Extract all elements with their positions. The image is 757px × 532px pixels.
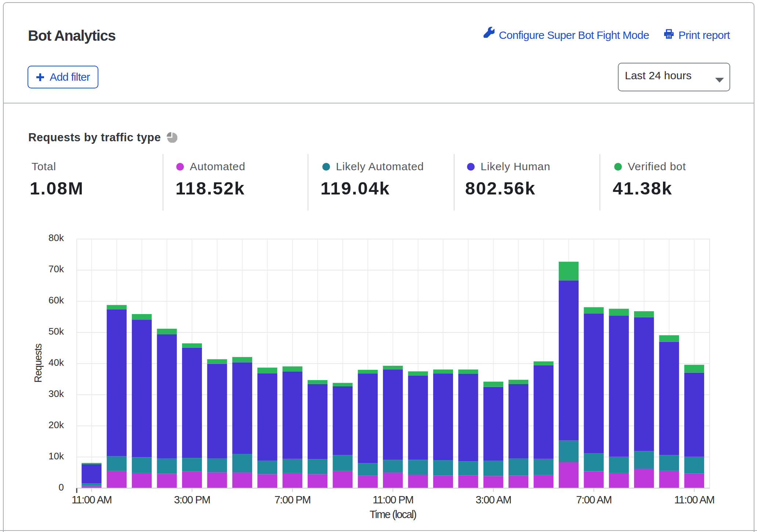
svg-text:3:00 PM: 3:00 PM [174, 494, 210, 506]
svg-text:60k: 60k [48, 295, 64, 306]
svg-text:11:00 PM: 11:00 PM [373, 494, 413, 506]
svg-text:7:00 AM: 7:00 AM [576, 494, 612, 506]
svg-text:50k: 50k [48, 326, 64, 337]
svg-text:70k: 70k [48, 263, 64, 274]
svg-text:20k: 20k [48, 419, 64, 430]
svg-text:7:00 PM: 7:00 PM [275, 494, 311, 506]
svg-text:3:00 AM: 3:00 AM [476, 494, 511, 506]
svg-text:40k: 40k [48, 357, 64, 368]
svg-text:30k: 30k [48, 388, 64, 399]
svg-text:Time (local): Time (local) [370, 509, 416, 520]
svg-text:11:00 AM: 11:00 AM [72, 494, 112, 506]
svg-text:11:00 AM: 11:00 AM [674, 494, 714, 506]
svg-text:Requests: Requests [33, 343, 44, 383]
svg-text:0: 0 [59, 482, 64, 493]
svg-text:10k: 10k [48, 451, 64, 462]
svg-text:80k: 80k [48, 232, 64, 243]
